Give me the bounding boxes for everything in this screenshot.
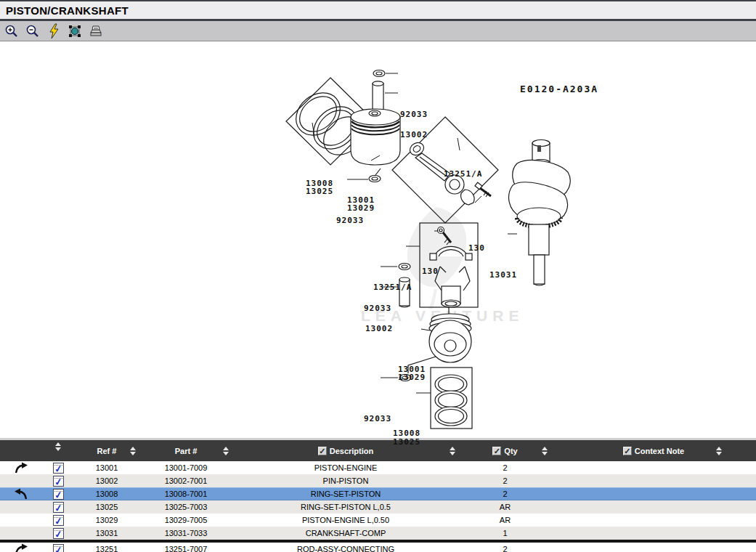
table-row-selected[interactable]: 13008 13008-7001 RING-SET-PISTON 2 [0, 487, 756, 500]
callout-13025[interactable]: 13025 [306, 187, 333, 195]
circlip-92033-lower [399, 264, 410, 270]
highlight-hotspots-button[interactable] [46, 23, 62, 39]
callout-92033-3[interactable]: 92033 [364, 304, 391, 312]
col-header-context-note[interactable]: ✓ Context Note [551, 440, 756, 461]
table-row[interactable]: 13031 13031-7033 CRANKSHAFT-COMP 1 [0, 527, 756, 540]
callout-92033[interactable]: 92033 [400, 110, 428, 118]
zoom-in-icon [4, 24, 19, 38]
row-note-cell[interactable] [42, 463, 74, 474]
ref-cell: 13008 [74, 490, 139, 498]
row-note-cell[interactable] [42, 502, 74, 513]
edit-note-icon[interactable] [53, 463, 64, 474]
callout-13002[interactable]: 13002 [400, 131, 428, 139]
table-row[interactable]: 13029 13029-7005 PISTON-ENGINE L,0.50 AR [0, 514, 756, 527]
edit-note-icon[interactable] [53, 544, 64, 552]
ref-cell: 13001 [74, 463, 139, 472]
piston-bottom-view [429, 314, 471, 362]
print-button[interactable] [88, 23, 104, 39]
parts-table-header: Ref # Part # ✓ Description ✓ Qty ✓ Conte… [0, 440, 756, 461]
edit-note-icon[interactable] [53, 502, 64, 513]
sort-icon [450, 447, 456, 455]
col-label-context-note: Context Note [635, 447, 684, 455]
callout-13008-2[interactable]: 13008 [393, 429, 420, 437]
edit-note-icon[interactable] [53, 515, 64, 526]
callout-130-2[interactable]: 130 [422, 267, 439, 275]
col-label-part: Part # [175, 447, 198, 455]
row-action-cell[interactable] [0, 543, 42, 552]
col-header-action [0, 440, 42, 461]
callout-13029[interactable]: 13029 [347, 204, 375, 212]
col-header-select[interactable] [42, 440, 74, 461]
title-bar: PISTON/CRANKSHAFT [0, 1, 756, 19]
fit-image-icon [68, 25, 81, 38]
part-cell: 13029-7005 [139, 516, 232, 524]
col-label-qty: Qty [504, 447, 517, 455]
qty-column-checkbox[interactable]: ✓ [492, 447, 501, 455]
zoom-in-button[interactable] [4, 23, 20, 39]
toolbar [0, 21, 756, 41]
ref-cell: 13251 [74, 545, 139, 552]
rod-bolt-130 [475, 182, 491, 197]
ref-cell: 13025 [74, 503, 139, 511]
circlip-92033-top [373, 70, 385, 77]
row-action-cell[interactable] [0, 461, 42, 474]
col-header-qty[interactable]: ✓ Qty [459, 440, 551, 461]
qty-cell: 1 [459, 529, 551, 537]
redo-arrow-icon [13, 462, 29, 474]
part-cell: 13002-7001 [139, 476, 232, 485]
callout-130[interactable]: 130 [468, 244, 485, 252]
part-cell: 13025-7003 [139, 503, 232, 511]
sort-icon [716, 447, 723, 455]
qty-cell: 2 [459, 490, 551, 498]
callout-92033-4[interactable]: 92033 [364, 415, 391, 423]
qty-cell: AR [459, 503, 551, 511]
qty-cell: 2 [459, 476, 551, 485]
callout-13002-2[interactable]: 13002 [365, 325, 393, 333]
callout-13029-2[interactable]: 13029 [398, 373, 426, 381]
row-action-cell[interactable] [0, 488, 42, 500]
part-cell: 13001-7009 [139, 463, 232, 472]
undo-arrow-icon [13, 488, 29, 500]
ref-cell: 13002 [74, 476, 139, 485]
table-row[interactable]: 13251 13251-7007 ROD-ASSY-CONNECTING 2 [0, 543, 756, 552]
qty-cell: 2 [459, 545, 551, 552]
qty-cell: 2 [459, 463, 551, 472]
callout-13251a-2[interactable]: 13251/A [373, 283, 412, 291]
context-note-column-checkbox[interactable]: ✓ [623, 447, 632, 455]
row-note-cell[interactable] [42, 476, 74, 487]
circlip-92033-mid [369, 176, 381, 182]
callout-92033-2[interactable]: 92033 [336, 216, 364, 224]
col-header-ref[interactable]: Ref # [74, 440, 139, 461]
description-column-checkbox[interactable]: ✓ [318, 447, 327, 455]
sort-icon [542, 447, 548, 455]
table-row[interactable]: 13001 13001-7009 PISTON-ENGINE 2 [0, 461, 756, 474]
ref-cell: 13031 [74, 529, 139, 537]
table-row[interactable]: 13025 13025-7003 RING-SET-PISTON L,0.5 A… [0, 500, 756, 514]
desc-cell: ROD-ASSY-CONNECTING [232, 545, 459, 552]
col-header-part[interactable]: Part # [139, 440, 232, 461]
callout-13251a[interactable]: 13251/A [444, 170, 482, 178]
row-note-cell[interactable] [42, 544, 74, 552]
part-cell: 13251-7007 [139, 545, 232, 552]
table-row[interactable]: 13002 13002-7001 PIN-PISTON 2 [0, 474, 756, 487]
fit-image-button[interactable] [67, 23, 83, 39]
part-cell: 13008-7001 [139, 490, 232, 498]
desc-cell: PISTON-ENGINE L,0.50 [232, 516, 459, 524]
row-note-cell[interactable] [42, 515, 74, 526]
sort-icon [223, 447, 229, 455]
edit-note-icon[interactable] [53, 489, 64, 500]
parts-diagram-panel: LEA VENTURE E0120-A203A [0, 41, 756, 439]
row-note-cell[interactable] [42, 528, 74, 539]
page-title: PISTON/CRANKSHAFT [6, 4, 129, 17]
zoom-out-icon [25, 24, 40, 38]
edit-note-icon[interactable] [53, 476, 64, 487]
row-note-cell[interactable] [42, 489, 74, 500]
zoom-out-button[interactable] [25, 23, 41, 39]
desc-cell: RING-SET-PISTON [232, 490, 459, 498]
part-cell: 13031-7033 [139, 529, 232, 537]
print-icon [89, 25, 103, 38]
desc-cell: PISTON-ENGINE [232, 463, 459, 472]
callout-13031[interactable]: 13031 [489, 271, 517, 279]
edit-note-icon[interactable] [53, 528, 64, 539]
col-header-description[interactable]: ✓ Description [232, 440, 459, 461]
